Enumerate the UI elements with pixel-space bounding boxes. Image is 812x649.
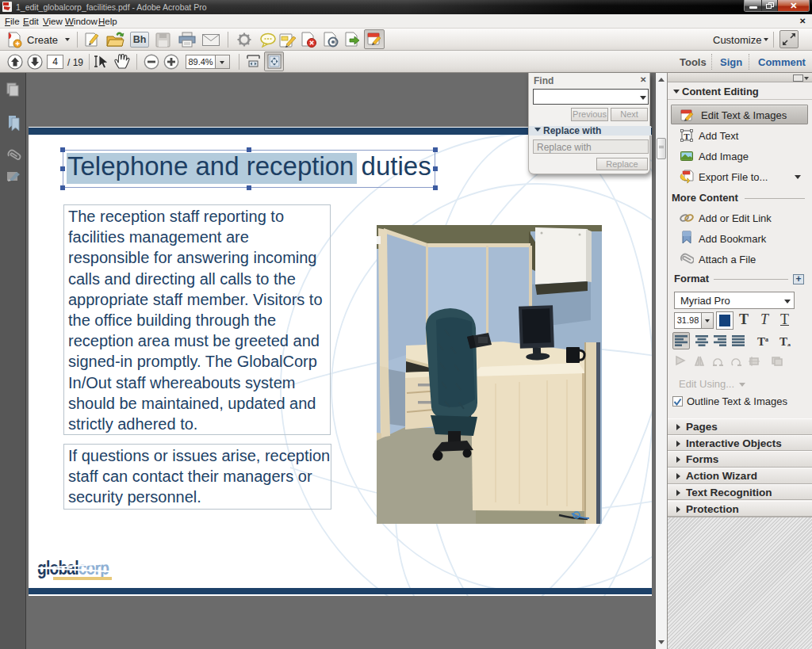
svg-text:a: a — [765, 336, 768, 343]
svg-text:a: a — [787, 342, 791, 346]
svg-text:T: T — [757, 335, 765, 346]
svg-text:T: T — [684, 132, 690, 141]
svg-text:T: T — [779, 335, 787, 346]
